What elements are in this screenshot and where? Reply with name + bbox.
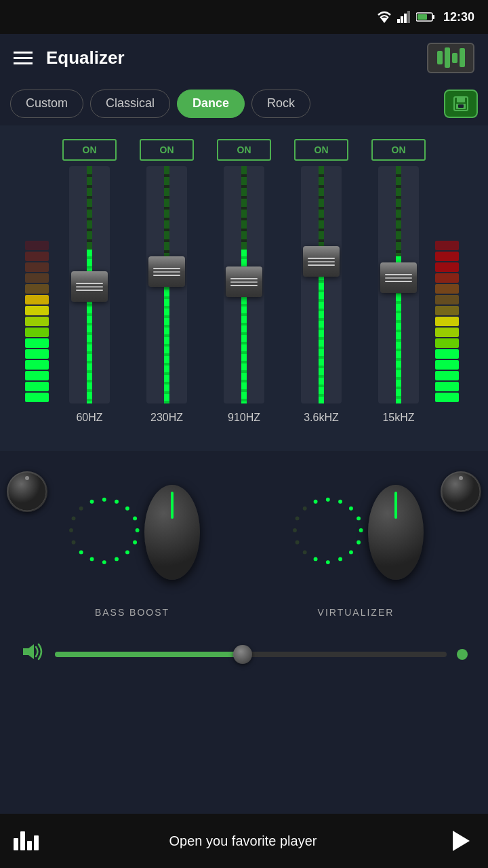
svg-point-40 xyxy=(303,550,307,554)
player-bar xyxy=(14,838,18,850)
eq-bar xyxy=(445,47,450,68)
slider-handle[interactable] xyxy=(148,256,185,287)
page-title: Equalizer xyxy=(46,47,413,68)
knob-body-virt[interactable] xyxy=(368,485,424,580)
svg-rect-9 xyxy=(457,97,465,102)
bass-boost-label: BASS BOOST xyxy=(95,607,169,618)
volume-section xyxy=(0,631,488,684)
svg-point-27 xyxy=(72,516,76,520)
bass-boost-knob[interactable]: BASS BOOST xyxy=(64,465,200,618)
virtualizer-knob[interactable]: VIRTUALIZER xyxy=(288,465,424,618)
svg-rect-1 xyxy=(397,19,400,23)
eq-bar xyxy=(437,51,443,64)
svg-point-20 xyxy=(125,550,129,554)
svg-rect-7 xyxy=(418,14,427,20)
wifi-icon xyxy=(377,11,392,23)
handle-line xyxy=(385,277,412,279)
band-label-2: 230HZ xyxy=(150,412,183,424)
svg-point-13 xyxy=(25,476,29,480)
svg-point-15 xyxy=(115,500,119,504)
svg-marker-0 xyxy=(380,18,388,23)
svg-point-34 xyxy=(359,528,363,532)
save-button[interactable] xyxy=(444,90,478,118)
preset-classical[interactable]: Classical xyxy=(90,90,170,118)
svg-point-22 xyxy=(102,560,106,564)
preset-dance[interactable]: Dance xyxy=(177,90,245,118)
slider-handle[interactable] xyxy=(303,246,340,277)
svg-point-37 xyxy=(338,557,342,561)
handle-line xyxy=(385,274,412,275)
slider-fill xyxy=(319,273,324,404)
svg-point-19 xyxy=(133,540,137,545)
svg-rect-6 xyxy=(432,15,434,19)
handle-line xyxy=(385,281,412,282)
svg-rect-3 xyxy=(404,14,407,23)
save-icon xyxy=(451,94,470,113)
player-bar xyxy=(27,841,32,850)
bottom-player: Open you favorite player xyxy=(0,814,488,868)
svg-point-36 xyxy=(349,550,353,554)
handle-line xyxy=(76,283,103,284)
slider-handle[interactable] xyxy=(226,267,262,297)
battery-icon xyxy=(416,12,435,22)
handle-line xyxy=(230,281,258,283)
handle-line xyxy=(308,264,335,266)
band-on-button-2[interactable]: ON xyxy=(140,139,194,161)
slider-handle[interactable] xyxy=(380,262,417,293)
slider-handle[interactable] xyxy=(71,271,108,302)
svg-point-31 xyxy=(338,500,342,504)
svg-rect-4 xyxy=(407,11,410,23)
svg-point-25 xyxy=(72,540,76,545)
svg-point-14 xyxy=(102,498,106,502)
status-bar: 12:30 xyxy=(0,0,488,34)
volume-track[interactable] xyxy=(55,652,447,657)
svg-rect-11 xyxy=(458,104,464,108)
knob-indicator-virt xyxy=(394,492,397,519)
preset-rock[interactable]: Rock xyxy=(251,90,310,118)
eq-section: ON 60HZ ON xyxy=(0,125,488,451)
hamburger-line xyxy=(14,62,33,64)
knobs-section: BASS BOOST xyxy=(0,451,488,631)
svg-point-17 xyxy=(133,516,137,520)
hamburger-line xyxy=(14,52,33,54)
eq-bar xyxy=(452,53,458,63)
hamburger-menu[interactable] xyxy=(14,52,33,64)
equalizer-icon[interactable] xyxy=(427,43,474,73)
svg-point-23 xyxy=(90,557,94,561)
band-on-button-4[interactable]: ON xyxy=(294,139,348,161)
svg-point-26 xyxy=(69,528,73,532)
knob-indicator-bass xyxy=(171,492,174,519)
player-title: Open you favorite player xyxy=(49,833,437,849)
preset-tabs: Custom Classical Dance Rock xyxy=(0,81,488,125)
slider-230hz[interactable] xyxy=(146,166,187,403)
svg-point-39 xyxy=(314,557,318,561)
slider-3600hz[interactable] xyxy=(301,166,342,403)
knob-body-bass[interactable] xyxy=(144,485,200,580)
slider-60hz[interactable] xyxy=(69,166,110,403)
band-on-button-5[interactable]: ON xyxy=(371,139,426,161)
svg-point-18 xyxy=(136,528,140,532)
knob-ring-virt xyxy=(288,465,424,600)
eq-band-3600hz: ON 3.6kHZ xyxy=(294,139,348,424)
band-label-5: 15kHZ xyxy=(382,412,414,424)
volume-thumb[interactable] xyxy=(233,645,252,664)
svg-point-16 xyxy=(125,507,129,511)
volume-fill xyxy=(55,652,243,657)
band-on-button-3[interactable]: ON xyxy=(217,139,271,161)
preset-custom[interactable]: Custom xyxy=(10,90,83,118)
corner-knob-left[interactable] xyxy=(7,471,47,512)
band-label-4: 3.6kHZ xyxy=(304,412,339,424)
handle-line xyxy=(76,286,103,288)
speaker-icon xyxy=(20,642,45,662)
eq-band-15khz: ON 15kHZ xyxy=(371,139,426,424)
corner-knob-right[interactable] xyxy=(441,471,481,512)
band-on-button-1[interactable]: ON xyxy=(62,139,117,161)
handle-line xyxy=(153,275,180,276)
slider-910hz[interactable] xyxy=(224,166,264,403)
handle-line xyxy=(230,278,258,279)
svg-point-29 xyxy=(90,500,94,504)
vu-meter-right xyxy=(434,166,464,403)
play-button[interactable] xyxy=(447,827,474,854)
svg-point-43 xyxy=(296,516,300,520)
slider-15khz[interactable] xyxy=(378,166,419,403)
